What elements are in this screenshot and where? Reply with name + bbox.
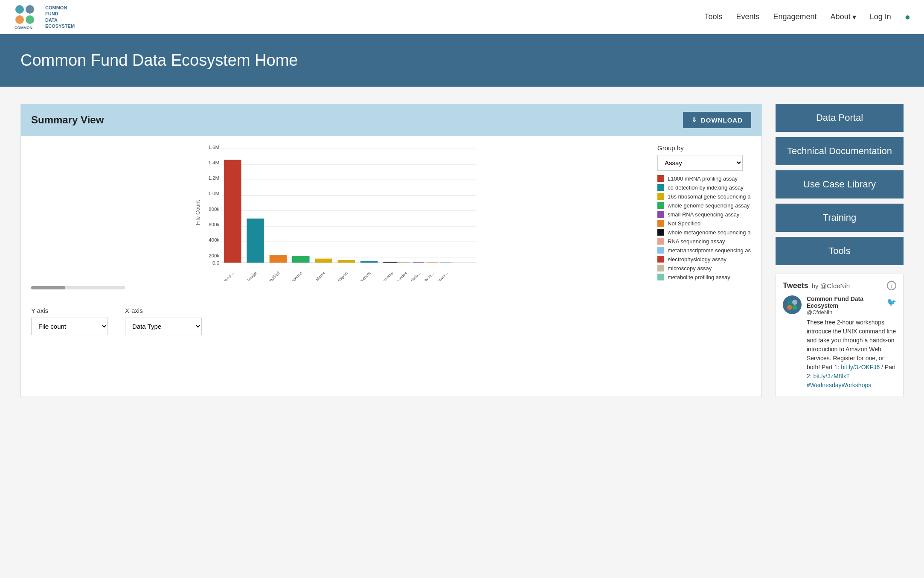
tools-button[interactable]: Tools	[776, 237, 904, 265]
legend-color-swatch	[657, 229, 664, 236]
legend-item: electrophysiology assay	[657, 256, 751, 263]
nav-events[interactable]: Events	[736, 12, 760, 21]
x-axis-group: X-axis Data Type Assay Program Species	[125, 307, 202, 335]
chart-controls: 0.0 200k 400k 600k 800k 1.0M 1.2M 1.4M 1…	[31, 144, 751, 289]
svg-point-1	[26, 5, 34, 14]
svg-text:Report: Report	[337, 271, 349, 281]
legend-label: whole metagenome sequencing a	[668, 229, 750, 236]
axis-controls: Y-axis File count Size in bytes X-axis D…	[31, 300, 751, 335]
y-axis-label: Y-axis	[31, 307, 108, 314]
summary-body: 0.0 200k 400k 600k 800k 1.0M 1.2M 1.4M 1…	[21, 136, 761, 344]
legend-label: Not Specified	[668, 220, 700, 227]
legend-label: 16s ribosomal gene sequencing a	[668, 193, 750, 200]
legend-label: electrophysiology assay	[668, 256, 726, 263]
legend-item: whole genome sequencing assay	[657, 202, 751, 209]
group-by-section: Group by Assay Data Type Program Species…	[657, 144, 751, 283]
svg-text:1.0M: 1.0M	[208, 190, 219, 196]
tweet-link-1[interactable]: bit.ly/3zOKFJ6	[841, 364, 880, 371]
cfde-avatar-icon	[786, 299, 798, 311]
svg-text:File Count: File Count	[195, 200, 201, 225]
legend-color-swatch	[657, 175, 664, 182]
legend-label: microscopy assay	[668, 265, 712, 271]
user-icon[interactable]: ●	[905, 12, 910, 23]
svg-rect-25	[247, 219, 264, 263]
legend-color-swatch	[657, 184, 664, 191]
twitter-icon: 🐦	[887, 298, 896, 307]
tweet-link-2[interactable]: bit.ly/3zM8lxT	[814, 373, 850, 379]
legend-color-swatch	[657, 193, 664, 200]
svg-point-3	[26, 15, 34, 24]
tweet-author-name: Common Fund Data Ecosystem	[807, 295, 883, 309]
legend-item: 16s ribosomal gene sequencing a	[657, 193, 751, 200]
nav-login[interactable]: Log In	[870, 12, 891, 21]
svg-text:1.6M: 1.6M	[208, 144, 219, 150]
svg-rect-34	[427, 262, 438, 263]
use-case-library-button[interactable]: Use Case Library	[776, 170, 904, 199]
svg-text:200k: 200k	[209, 253, 220, 258]
group-by-label: Group by	[657, 144, 751, 152]
svg-rect-27	[292, 256, 310, 263]
svg-rect-35	[440, 262, 452, 263]
svg-rect-24	[224, 160, 241, 263]
y-axis-group: Y-axis File count Size in bytes	[31, 307, 108, 335]
data-portal-button[interactable]: Data Portal	[776, 104, 904, 132]
legend-item: L1000 mRNA profiling assay	[657, 175, 751, 182]
info-icon[interactable]: i	[887, 281, 896, 290]
tweets-section: Tweets by @CfdeNih i Common Fund Data Ec…	[776, 274, 904, 397]
nav-engagement[interactable]: Engagement	[773, 12, 817, 21]
bar-chart: 0.0 200k 400k 600k 800k 1.0M 1.2M 1.4M 1…	[31, 144, 649, 281]
tweet-handle: @CfdeNih	[807, 309, 896, 315]
svg-text:1.2M: 1.2M	[208, 175, 219, 181]
tweets-header: Tweets by @CfdeNih i	[783, 281, 896, 290]
legend-label: RNA sequencing assay	[668, 238, 725, 245]
svg-point-51	[792, 305, 797, 310]
download-icon: ⇓	[692, 116, 697, 124]
tweet-avatar	[783, 295, 802, 314]
svg-rect-32	[397, 262, 410, 263]
chart-legend: L1000 mRNA profiling assayco-detection b…	[657, 175, 751, 280]
legend-label: metabolite profiling assay	[668, 274, 730, 280]
legend-label: L1000 mRNA profiling assay	[668, 175, 738, 182]
training-button[interactable]: Training	[776, 204, 904, 232]
svg-rect-26	[270, 255, 287, 263]
svg-rect-33	[413, 262, 424, 263]
svg-text:Not Specified: Not Specified	[260, 271, 280, 281]
svg-point-0	[15, 5, 24, 14]
legend-item: small RNA sequencing assay	[657, 211, 751, 218]
legend-item: RNA sequencing assay	[657, 238, 751, 245]
svg-text:Gene expression p...: Gene expression p...	[205, 271, 235, 281]
group-by-select[interactable]: Assay Data Type Program Species	[657, 155, 743, 171]
nav-tools[interactable]: Tools	[704, 12, 722, 21]
legend-label: whole genome sequencing assay	[668, 202, 750, 209]
chevron-down-icon: ▾	[852, 12, 856, 22]
legend-label: metatranscriptome sequencing as	[668, 247, 751, 254]
svg-text:600k: 600k	[209, 222, 220, 227]
legend-item: metabolite profiling assay	[657, 274, 751, 280]
svg-point-2	[15, 15, 24, 24]
legend-color-swatch	[657, 211, 664, 218]
legend-color-swatch	[657, 265, 664, 271]
x-axis-select[interactable]: Data Type Assay Program Species	[125, 318, 202, 335]
tweets-by: by @CfdeNih	[812, 282, 850, 289]
right-sidebar: Data Portal Technical Documentation Use …	[776, 104, 904, 397]
legend-item: whole metagenome sequencing a	[657, 229, 751, 236]
logo[interactable]: COMMON COMMON FUND DATA ECOSYSTEM	[14, 3, 704, 31]
hero-banner: Common Fund Data Ecosystem Home	[0, 34, 924, 87]
legend-item: metatranscriptome sequencing as	[657, 247, 751, 254]
legend-color-swatch	[657, 220, 664, 227]
technical-documentation-button[interactable]: Technical Documentation	[776, 137, 904, 165]
svg-text:COMMON: COMMON	[15, 26, 32, 30]
legend-item: co-detection by indexing assay	[657, 184, 751, 191]
chart-container: 0.0 200k 400k 600k 800k 1.0M 1.2M 1.4M 1…	[31, 144, 649, 289]
svg-text:1.4M: 1.4M	[208, 160, 219, 165]
download-button[interactable]: ⇓ DOWNLOAD	[683, 112, 751, 128]
nav-about[interactable]: About ▾	[831, 12, 856, 22]
legend-label: small RNA sequencing assay	[668, 211, 739, 218]
svg-text:0.0: 0.0	[212, 260, 220, 266]
chart-scrollbar[interactable]	[31, 286, 125, 289]
summary-header: Summary View ⇓ DOWNLOAD	[21, 104, 761, 136]
svg-rect-30	[360, 261, 378, 263]
y-axis-select[interactable]: File count Size in bytes	[31, 318, 108, 335]
legend-color-swatch	[657, 238, 664, 245]
svg-point-50	[787, 305, 792, 310]
